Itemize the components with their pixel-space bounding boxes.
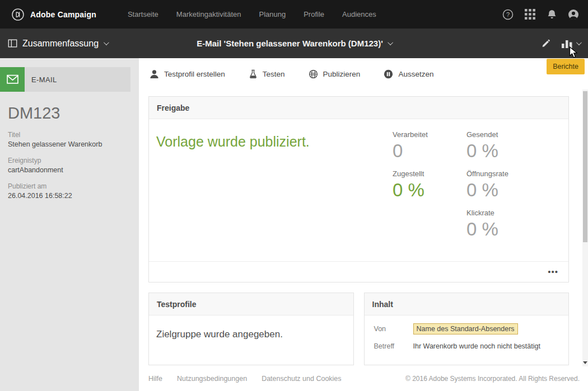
stat-label: Öffnungsrate	[466, 169, 540, 178]
email-type-label-box: E-MAIL	[25, 67, 130, 92]
page-title: E-Mail 'Stehen gelassener Warenkorb (DM1…	[197, 39, 383, 48]
edit-pencil-button[interactable]	[541, 39, 550, 48]
pause-icon	[384, 69, 393, 79]
publish-status-message: Vorlage wurde publiziert.	[156, 134, 310, 150]
view-selector[interactable]: Zusammenfassung	[8, 29, 108, 58]
stat-value: 0 %	[466, 179, 540, 201]
stat-label: Gesendet	[466, 130, 540, 139]
card-title: Inhalt	[372, 300, 393, 309]
action-label: Testprofil erstellen	[164, 70, 225, 78]
stat-klickrate: Klickrate 0 %	[466, 209, 540, 248]
more-options-button[interactable]: •••	[548, 269, 558, 275]
chevron-down-icon	[388, 40, 393, 45]
stat-label: Klickrate	[466, 209, 540, 217]
activity-type-label: E-MAIL	[31, 76, 57, 84]
user-account-icon[interactable]	[568, 9, 579, 20]
svg-text:?: ?	[506, 11, 510, 18]
scroll-down-button[interactable]	[582, 361, 588, 364]
envelope-icon	[7, 74, 18, 84]
triangle-down-icon	[583, 361, 587, 364]
nav-item-profile[interactable]: Profile	[304, 10, 324, 18]
subheader: Zusammenfassung E-Mail 'Stehen gelassene…	[0, 29, 588, 58]
flask-icon	[249, 69, 258, 79]
reports-tooltip: Berichte	[547, 59, 585, 74]
row-label: Von	[374, 325, 413, 333]
view-selector-label: Zusammenfassung	[22, 39, 99, 49]
card-title: Freigabe	[157, 103, 189, 112]
reports-button[interactable]	[561, 38, 580, 49]
adobe-campaign-app: Adobe Campaign Startseite Marketingaktiv…	[0, 0, 588, 391]
inhalt-card[interactable]: Inhalt Von Name des Standard-Absenders B…	[364, 293, 570, 365]
stat-value: 0 %	[393, 179, 466, 201]
content-row-von: Von Name des Standard-Absenders	[374, 323, 569, 335]
footer-link-datenschutz[interactable]: Datenschutz und Cookies	[262, 375, 341, 383]
globe-icon	[309, 69, 318, 79]
vertical-scrollbar[interactable]	[582, 89, 588, 366]
main-area: Testprofil erstellen Testen Publizieren	[139, 58, 588, 391]
field-value: cartAbandonment	[8, 166, 139, 174]
action-label: Aussetzen	[398, 70, 433, 78]
footer-link-hilfe[interactable]: Hilfe	[148, 375, 162, 383]
person-icon	[150, 69, 159, 79]
test-button[interactable]: Testen	[249, 69, 285, 79]
scrollbar-thumb[interactable]	[583, 91, 587, 242]
chevron-down-icon	[104, 40, 109, 45]
activity-type-badge: E-MAIL	[0, 67, 130, 92]
activity-id: DM123	[8, 104, 139, 123]
content-area: Freigabe Vorlage wurde publiziert. Verar…	[139, 89, 588, 365]
freigabe-card-footer: •••	[149, 261, 568, 282]
sender-personalization-field: Name des Standard-Absenders	[413, 323, 518, 335]
stat-zugestellt: Zugestellt 0 %	[393, 169, 466, 209]
chevron-down-icon	[576, 40, 582, 45]
action-label: Publizieren	[323, 70, 361, 78]
notifications-bell-icon[interactable]	[546, 9, 557, 20]
stat-verarbeitet: Verarbeitet 0	[393, 130, 466, 169]
field-value: Stehen gelassener Warenkorb	[8, 140, 139, 148]
help-icon[interactable]: ?	[502, 9, 514, 20]
stat-gesendet: Gesendet 0 %	[466, 130, 540, 169]
nav-item-marketingaktivitaeten[interactable]: Marketingaktivitäten	[176, 10, 241, 18]
topbar-icons: ?	[502, 9, 579, 20]
freigabe-card-header: Freigabe	[149, 97, 568, 119]
field-ereignistyp: Ereignistyp cartAbandonment	[8, 157, 139, 174]
field-label: Ereignistyp	[8, 157, 139, 164]
action-label: Testen	[263, 70, 285, 78]
topbar: Adobe Campaign Startseite Marketingaktiv…	[0, 0, 588, 29]
footer-link-nutzungsbedingungen[interactable]: Nutzungsbedingungen	[177, 375, 247, 383]
row-label: Betreff	[374, 342, 413, 350]
email-type-color-box	[0, 67, 25, 92]
field-titel: Titel Stehen gelassener Warenkorb	[8, 131, 139, 148]
layout-view-icon	[8, 39, 17, 48]
nav-item-startseite[interactable]: Startseite	[128, 10, 158, 18]
nav-item-audiences[interactable]: Audiences	[342, 10, 376, 18]
footer: Hilfe Nutzungsbedingungen Datenschutz un…	[139, 366, 588, 391]
testprofile-card[interactable]: Testprofile Zielgruppe wurde angegeben.	[148, 293, 354, 365]
stat-value: 0	[393, 140, 466, 162]
bar-chart-icon	[561, 38, 574, 49]
cards-row: Testprofile Zielgruppe wurde angegeben. …	[148, 293, 569, 365]
publish-button[interactable]: Publizieren	[309, 69, 361, 79]
sidebar: E-MAIL DM123 Titel Stehen gelassener War…	[0, 58, 139, 391]
nav-item-planung[interactable]: Planung	[259, 10, 286, 18]
page-title-selector[interactable]: E-Mail 'Stehen gelassener Warenkorb (DM1…	[197, 29, 391, 58]
testprofile-card-header: Testprofile	[149, 293, 353, 315]
stat-label: Zugestellt	[393, 169, 466, 178]
card-title: Testprofile	[157, 300, 197, 309]
field-publiziert-am: Publiziert am 26.04.2016 16:58:22	[8, 182, 139, 200]
action-toolbar: Testprofil erstellen Testen Publizieren	[139, 58, 588, 89]
field-label: Titel	[8, 131, 139, 139]
subject-value: Ihr Warenkorb wurde noch nicht bestätigt	[413, 342, 540, 350]
field-value: 26.04.2016 16:58:22	[8, 192, 139, 200]
freigabe-card: Freigabe Vorlage wurde publiziert. Verar…	[148, 96, 569, 282]
content-row-betreff: Betreff Ihr Warenkorb wurde noch nicht b…	[374, 342, 569, 350]
inhalt-card-header: Inhalt	[365, 293, 569, 315]
stat-value: 0 %	[466, 140, 540, 162]
stat-oeffnungsrate: Öffnungsrate 0 %	[466, 169, 540, 209]
testprofile-message: Zielgruppe wurde angegeben.	[149, 315, 353, 340]
pencil-icon	[541, 39, 550, 48]
adobe-campaign-logo[interactable]	[11, 8, 25, 21]
app-grid-icon[interactable]	[524, 9, 535, 20]
suspend-button[interactable]: Aussetzen	[384, 69, 433, 79]
stat-value: 0 %	[466, 218, 540, 241]
create-test-profile-button[interactable]: Testprofil erstellen	[150, 69, 225, 79]
